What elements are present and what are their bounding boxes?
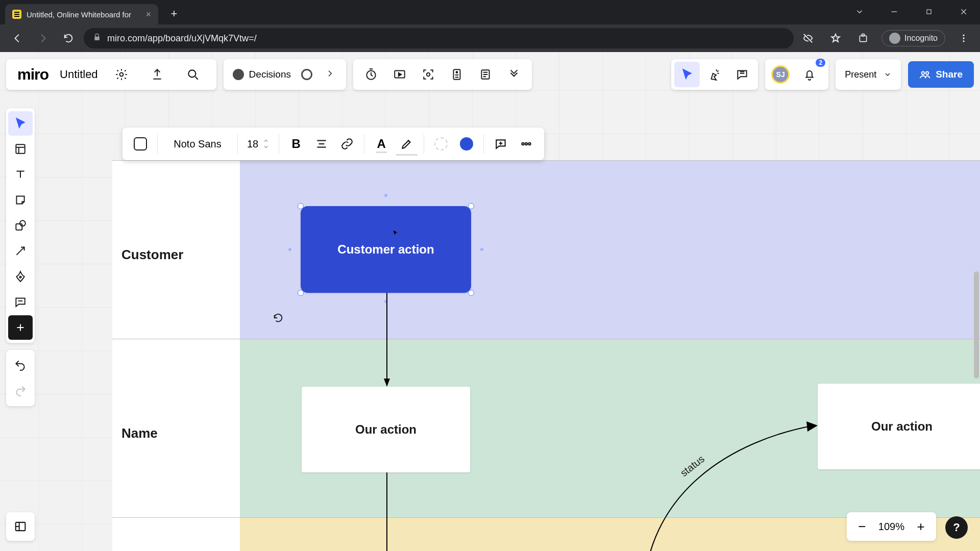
board-title[interactable]: Untitled (60, 68, 98, 81)
font-family-value: Noto Sans (174, 138, 221, 150)
comment-tool[interactable] (729, 62, 755, 87)
redo-button[interactable] (8, 379, 33, 403)
svg-rect-5 (862, 34, 865, 36)
bold-button[interactable]: B (283, 131, 309, 157)
frame-chip-decisions[interactable]: Decisions (233, 69, 291, 80)
help-button[interactable]: ? (945, 516, 968, 539)
svg-point-35 (522, 143, 524, 145)
present-button[interactable]: Present (836, 59, 901, 90)
maximize-icon[interactable] (919, 4, 939, 19)
star-icon[interactable] (826, 29, 845, 47)
svg-rect-23 (16, 224, 22, 230)
fill-color-button[interactable] (454, 131, 479, 157)
arrow-tool[interactable] (8, 239, 33, 263)
node-our-action-2[interactable]: Our action (818, 384, 980, 469)
kebab-menu-icon[interactable] (954, 29, 973, 47)
border-color-button[interactable] (428, 131, 454, 157)
node-our-action-1[interactable]: Our action (302, 387, 470, 472)
reload-button[interactable] (58, 28, 79, 48)
notes-icon[interactable] (473, 62, 498, 87)
forward-button[interactable] (33, 28, 53, 48)
align-button[interactable] (309, 131, 334, 157)
add-comment-button[interactable] (488, 131, 513, 157)
eye-off-icon[interactable] (799, 29, 817, 47)
address-bar[interactable]: miro.com/app/board/uXjVMqk7Vtw=/ (84, 28, 794, 48)
svg-line-25 (16, 247, 24, 255)
link-button[interactable] (334, 131, 360, 157)
collab-group: SJ 2 (765, 59, 828, 90)
svg-point-16 (456, 71, 458, 73)
more-tools-button[interactable] (8, 315, 33, 340)
search-icon[interactable] (181, 68, 205, 81)
text-tool[interactable] (8, 162, 33, 187)
back-button[interactable] (7, 28, 28, 48)
export-icon[interactable] (145, 68, 169, 81)
close-tab-icon[interactable]: × (145, 9, 151, 20)
miro-logo[interactable]: miro (17, 66, 48, 83)
shape-context-toolbar: Noto Sans 18 B A (122, 128, 544, 160)
presentation-icon[interactable] (387, 62, 412, 87)
comment-sidebar-tool[interactable] (8, 290, 33, 314)
text-color-button[interactable]: A (369, 131, 394, 157)
svg-point-36 (525, 143, 527, 145)
zoom-in-button[interactable]: + (912, 517, 930, 536)
frame-label: Decisions (249, 69, 291, 80)
rotate-handle[interactable] (273, 312, 284, 323)
lane-label-name[interactable]: Name (121, 425, 158, 441)
connector-dot-e[interactable] (480, 248, 483, 251)
highlight-button[interactable] (394, 131, 420, 157)
resize-handle-sw[interactable] (298, 290, 304, 296)
notifications-button[interactable]: 2 (797, 62, 822, 87)
svg-point-24 (20, 220, 26, 226)
more-apps-icon[interactable] (501, 62, 527, 87)
share-button[interactable]: Share (908, 61, 974, 88)
sticky-note-tool[interactable] (8, 188, 33, 212)
connector-dot-s[interactable] (384, 300, 387, 303)
context-more-button[interactable] (513, 131, 539, 157)
svg-point-9 (119, 73, 123, 77)
minimize-icon[interactable] (884, 4, 904, 19)
resize-handle-se[interactable] (468, 290, 474, 296)
font-family-select[interactable]: Noto Sans (162, 131, 233, 157)
tab-title: Untitled, Online Whiteboard for (27, 10, 131, 19)
miro-favicon (12, 10, 21, 19)
frames-next-icon[interactable] (323, 69, 337, 80)
lane-headers: Customer Name (112, 160, 240, 551)
shape-type-button[interactable] (128, 131, 153, 157)
tab-search-icon[interactable] (849, 4, 870, 19)
reactions-icon[interactable] (702, 62, 727, 87)
connector-dot-n[interactable] (384, 194, 387, 197)
settings-icon[interactable] (109, 68, 134, 81)
select-tool[interactable] (674, 62, 700, 87)
estimate-icon[interactable] (444, 62, 470, 87)
shape-tool[interactable] (8, 213, 33, 238)
node-label: Customer action (337, 242, 434, 257)
frames-navigator[interactable]: Decisions (224, 59, 346, 90)
resize-handle-nw[interactable] (298, 203, 304, 209)
pen-tool[interactable] (8, 264, 33, 289)
timer-icon[interactable] (358, 62, 384, 87)
connector-dot-w[interactable] (288, 248, 291, 251)
extensions-icon[interactable] (854, 29, 872, 47)
resize-handle-ne[interactable] (468, 203, 474, 209)
lane-label-customer[interactable]: Customer (121, 247, 183, 263)
zoom-out-button[interactable]: − (853, 517, 871, 536)
font-size-input[interactable]: 18 (242, 131, 275, 157)
close-window-icon[interactable] (953, 4, 974, 19)
undo-button[interactable] (8, 353, 33, 378)
font-size-spinner[interactable] (262, 138, 270, 149)
focus-icon[interactable] (415, 62, 441, 87)
pointer-tools (671, 59, 758, 90)
browser-tab[interactable]: Untitled, Online Whiteboard for × (5, 4, 158, 24)
canvas[interactable]: Customer Name Customer action Our action… (0, 52, 980, 551)
template-tool[interactable] (8, 137, 33, 161)
frames-panel-button[interactable] (6, 512, 35, 541)
pointer-tool[interactable] (8, 111, 33, 136)
avatar[interactable]: SJ (771, 65, 790, 84)
vertical-scrollbar[interactable] (974, 271, 979, 379)
node-customer-action[interactable]: Customer action (301, 206, 471, 293)
zoom-value[interactable]: 109% (878, 521, 904, 533)
incognito-indicator[interactable]: Incognito (881, 30, 945, 46)
notification-badge: 2 (816, 59, 825, 67)
new-tab-button[interactable]: + (165, 5, 183, 22)
